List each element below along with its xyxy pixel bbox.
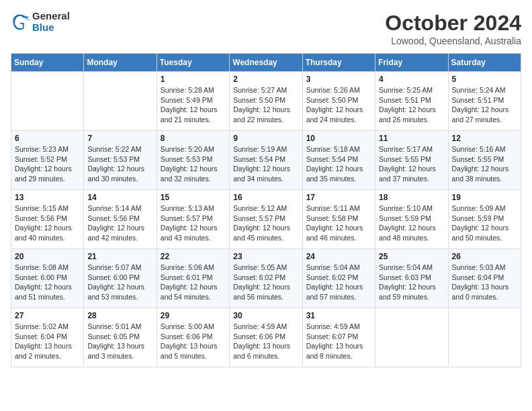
- day-info: Sunrise: 5:16 AM Sunset: 5:55 PM Dayligh…: [452, 144, 517, 184]
- day-info: Sunrise: 5:27 AM Sunset: 5:50 PM Dayligh…: [233, 85, 298, 125]
- location: Lowood, Queensland, Australia: [385, 36, 521, 46]
- col-thursday: Thursday: [302, 54, 375, 72]
- day-number: 23: [233, 252, 298, 261]
- table-row: 31Sunrise: 4:59 AM Sunset: 6:07 PM Dayli…: [302, 308, 375, 367]
- table-row: 5Sunrise: 5:24 AM Sunset: 5:51 PM Daylig…: [448, 72, 521, 131]
- day-number: 10: [306, 134, 371, 143]
- table-row: [375, 308, 448, 367]
- day-number: 5: [452, 75, 517, 84]
- day-number: 16: [233, 193, 298, 202]
- day-number: 29: [161, 311, 226, 320]
- col-sunday: Sunday: [11, 54, 84, 72]
- table-row: 30Sunrise: 4:59 AM Sunset: 6:06 PM Dayli…: [230, 308, 302, 367]
- day-info: Sunrise: 5:23 AM Sunset: 5:52 PM Dayligh…: [15, 144, 80, 184]
- logo-icon: [11, 13, 30, 32]
- day-number: 19: [452, 193, 517, 202]
- day-info: Sunrise: 5:04 AM Sunset: 6:03 PM Dayligh…: [379, 263, 444, 302]
- day-info: Sunrise: 5:18 AM Sunset: 5:54 PM Dayligh…: [306, 144, 371, 184]
- calendar-week-1: 1Sunrise: 5:28 AM Sunset: 5:49 PM Daylig…: [11, 72, 521, 131]
- table-row: 18Sunrise: 5:10 AM Sunset: 5:59 PM Dayli…: [375, 190, 448, 249]
- table-row: 10Sunrise: 5:18 AM Sunset: 5:54 PM Dayli…: [302, 131, 375, 190]
- table-row: 14Sunrise: 5:14 AM Sunset: 5:56 PM Dayli…: [84, 190, 157, 249]
- day-number: 13: [15, 193, 80, 202]
- table-row: 1Sunrise: 5:28 AM Sunset: 5:49 PM Daylig…: [157, 72, 229, 131]
- table-row: 9Sunrise: 5:19 AM Sunset: 5:54 PM Daylig…: [230, 131, 302, 190]
- day-number: 1: [161, 75, 226, 84]
- day-info: Sunrise: 5:25 AM Sunset: 5:51 PM Dayligh…: [379, 85, 444, 125]
- day-number: 12: [452, 134, 517, 143]
- day-info: Sunrise: 5:13 AM Sunset: 5:57 PM Dayligh…: [161, 203, 226, 243]
- table-row: 28Sunrise: 5:01 AM Sunset: 6:05 PM Dayli…: [84, 308, 157, 367]
- table-row: 2Sunrise: 5:27 AM Sunset: 5:50 PM Daylig…: [230, 72, 302, 131]
- table-row: 20Sunrise: 5:08 AM Sunset: 6:00 PM Dayli…: [11, 249, 84, 308]
- day-info: Sunrise: 5:03 AM Sunset: 6:04 PM Dayligh…: [452, 263, 517, 302]
- day-number: 4: [379, 75, 444, 84]
- day-info: Sunrise: 5:14 AM Sunset: 5:56 PM Dayligh…: [87, 203, 152, 243]
- day-info: Sunrise: 5:12 AM Sunset: 5:57 PM Dayligh…: [233, 203, 298, 243]
- table-row: 17Sunrise: 5:11 AM Sunset: 5:58 PM Dayli…: [302, 190, 375, 249]
- day-number: 11: [379, 134, 444, 143]
- day-number: 17: [306, 193, 371, 202]
- day-number: 31: [306, 311, 371, 320]
- day-info: Sunrise: 5:10 AM Sunset: 5:59 PM Dayligh…: [379, 203, 444, 243]
- logo-general: General: [32, 11, 70, 22]
- table-row: 13Sunrise: 5:15 AM Sunset: 5:56 PM Dayli…: [11, 190, 84, 249]
- day-number: 2: [233, 75, 298, 84]
- day-number: 25: [379, 252, 444, 261]
- table-row: 3Sunrise: 5:26 AM Sunset: 5:50 PM Daylig…: [302, 72, 375, 131]
- day-number: 30: [233, 311, 298, 320]
- col-saturday: Saturday: [448, 54, 521, 72]
- day-number: 3: [306, 75, 371, 84]
- page-header: General Blue October 2024 Lowood, Queens…: [11, 11, 521, 46]
- day-number: 8: [161, 134, 226, 143]
- day-number: 21: [87, 252, 152, 261]
- table-row: [84, 72, 157, 131]
- day-info: Sunrise: 5:05 AM Sunset: 6:02 PM Dayligh…: [233, 263, 298, 302]
- table-row: 23Sunrise: 5:05 AM Sunset: 6:02 PM Dayli…: [230, 249, 302, 308]
- calendar-week-2: 6Sunrise: 5:23 AM Sunset: 5:52 PM Daylig…: [11, 131, 521, 190]
- calendar-week-4: 20Sunrise: 5:08 AM Sunset: 6:00 PM Dayli…: [11, 249, 521, 308]
- table-row: 24Sunrise: 5:04 AM Sunset: 6:02 PM Dayli…: [302, 249, 375, 308]
- logo-blue: Blue: [32, 22, 70, 34]
- day-info: Sunrise: 5:08 AM Sunset: 6:00 PM Dayligh…: [15, 263, 80, 302]
- table-row: 22Sunrise: 5:06 AM Sunset: 6:01 PM Dayli…: [157, 249, 229, 308]
- table-row: 21Sunrise: 5:07 AM Sunset: 6:00 PM Dayli…: [84, 249, 157, 308]
- logo-text: General Blue: [32, 11, 70, 33]
- day-info: Sunrise: 5:06 AM Sunset: 6:01 PM Dayligh…: [161, 263, 226, 302]
- calendar-week-5: 27Sunrise: 5:02 AM Sunset: 6:04 PM Dayli…: [11, 308, 521, 367]
- month-title: October 2024: [385, 11, 521, 36]
- day-info: Sunrise: 5:20 AM Sunset: 5:53 PM Dayligh…: [161, 144, 226, 184]
- table-row: 11Sunrise: 5:17 AM Sunset: 5:55 PM Dayli…: [375, 131, 448, 190]
- table-row: 27Sunrise: 5:02 AM Sunset: 6:04 PM Dayli…: [11, 308, 84, 367]
- table-row: 8Sunrise: 5:20 AM Sunset: 5:53 PM Daylig…: [157, 131, 229, 190]
- day-info: Sunrise: 5:04 AM Sunset: 6:02 PM Dayligh…: [306, 263, 371, 302]
- day-number: 28: [87, 311, 152, 320]
- day-info: Sunrise: 5:00 AM Sunset: 6:06 PM Dayligh…: [161, 322, 226, 361]
- day-info: Sunrise: 5:24 AM Sunset: 5:51 PM Dayligh…: [452, 85, 517, 125]
- day-info: Sunrise: 5:01 AM Sunset: 6:05 PM Dayligh…: [87, 322, 152, 361]
- day-number: 20: [15, 252, 80, 261]
- table-row: [11, 72, 84, 131]
- table-row: 4Sunrise: 5:25 AM Sunset: 5:51 PM Daylig…: [375, 72, 448, 131]
- day-number: 27: [15, 311, 80, 320]
- day-number: 22: [161, 252, 226, 261]
- day-info: Sunrise: 5:19 AM Sunset: 5:54 PM Dayligh…: [233, 144, 298, 184]
- col-tuesday: Tuesday: [157, 54, 229, 72]
- calendar-header-row: Sunday Monday Tuesday Wednesday Thursday…: [11, 54, 521, 72]
- logo: General Blue: [11, 11, 70, 33]
- day-info: Sunrise: 5:22 AM Sunset: 5:53 PM Dayligh…: [87, 144, 152, 184]
- table-row: 25Sunrise: 5:04 AM Sunset: 6:03 PM Dayli…: [375, 249, 448, 308]
- day-number: 14: [87, 193, 152, 202]
- table-row: 26Sunrise: 5:03 AM Sunset: 6:04 PM Dayli…: [448, 249, 521, 308]
- table-row: 19Sunrise: 5:09 AM Sunset: 5:59 PM Dayli…: [448, 190, 521, 249]
- table-row: 7Sunrise: 5:22 AM Sunset: 5:53 PM Daylig…: [84, 131, 157, 190]
- day-info: Sunrise: 4:59 AM Sunset: 6:06 PM Dayligh…: [233, 322, 298, 361]
- table-row: 29Sunrise: 5:00 AM Sunset: 6:06 PM Dayli…: [157, 308, 229, 367]
- table-row: 12Sunrise: 5:16 AM Sunset: 5:55 PM Dayli…: [448, 131, 521, 190]
- day-number: 9: [233, 134, 298, 143]
- table-row: [448, 308, 521, 367]
- day-number: 15: [161, 193, 226, 202]
- col-friday: Friday: [375, 54, 448, 72]
- table-row: 6Sunrise: 5:23 AM Sunset: 5:52 PM Daylig…: [11, 131, 84, 190]
- day-info: Sunrise: 5:09 AM Sunset: 5:59 PM Dayligh…: [452, 203, 517, 243]
